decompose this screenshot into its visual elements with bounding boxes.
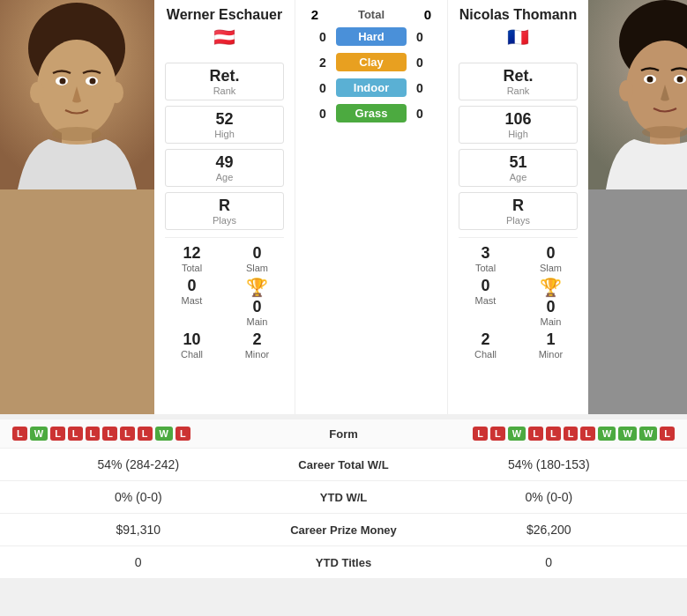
left-slam-item: 0 Slam <box>229 244 284 273</box>
form-badge-l: L <box>564 427 579 441</box>
left-player-photo <box>0 0 154 414</box>
form-badge-l: L <box>490 427 505 441</box>
clay-badge: Clay <box>336 53 407 71</box>
left-info-col: Werner Eschauer 🇦🇹 Ret. Rank 52 High 49 … <box>154 0 295 414</box>
left-mast-val: 0 <box>165 277 220 295</box>
left-high-box: 52 High <box>165 106 285 144</box>
form-badge-l: L <box>50 427 65 441</box>
grass-right-val: 0 <box>407 107 433 121</box>
grass-badge: Grass <box>336 104 407 122</box>
form-badge-l: L <box>546 427 561 441</box>
indoor-right-val: 0 <box>407 81 433 95</box>
form-badge-l: L <box>12 427 27 441</box>
left-player-flag: 🇦🇹 <box>213 26 235 48</box>
right-chall-val: 2 <box>459 330 513 349</box>
right-player-flag: 🇫🇷 <box>507 26 529 48</box>
left-rank-label: Rank <box>175 85 275 96</box>
right-total-item: 3 Total <box>459 244 513 273</box>
stat-right-1: 0% (0-0) <box>423 490 676 504</box>
main-container: Werner Eschauer 🇦🇹 Ret. Rank 52 High 49 … <box>0 0 687 578</box>
left-sep1 <box>165 237 285 238</box>
right-main-val: 0 <box>546 298 555 316</box>
form-badge-l: L <box>473 427 488 441</box>
left-age-box: 49 Age <box>165 149 285 187</box>
left-rank-box: Ret. Rank <box>165 63 285 100</box>
right-high-box: 106 High <box>459 106 579 144</box>
stat-row-2: $91,310 Career Prize Money $26,200 <box>0 514 687 546</box>
total-left-val: 2 <box>304 7 325 22</box>
right-plays-val: R <box>468 197 569 215</box>
right-slam-item: 0 Slam <box>523 244 578 273</box>
right-total-label: Total <box>459 263 513 273</box>
form-badge-l: L <box>580 427 595 441</box>
form-badge-w: W <box>155 427 173 441</box>
clay-right-val: 0 <box>407 56 433 70</box>
center-data-col: 2 Total 0 0 Hard 0 2 Clay 0 0 Indoor 0 <box>295 0 447 414</box>
right-rank-box: Ret. Rank <box>459 63 579 100</box>
left-main-label: Main <box>247 316 268 327</box>
stat-left-1: 0% (0-0) <box>12 490 265 504</box>
right-rank-label: Rank <box>468 85 569 96</box>
svg-point-6 <box>60 78 66 85</box>
right-name-area: Nicolas Thomann 🇫🇷 <box>459 7 577 55</box>
left-name-area: Werner Eschauer 🇦🇹 <box>167 7 282 55</box>
svg-point-18 <box>647 77 653 83</box>
left-plays-box: R Plays <box>165 192 285 230</box>
right-high-label: High <box>468 129 569 139</box>
right-age-val: 51 <box>468 153 569 172</box>
left-total-val: 12 <box>165 244 220 263</box>
right-age-box: 51 Age <box>459 149 579 187</box>
stat-center-0: Career Total W/L <box>265 458 423 471</box>
grass-row: 0 Grass 0 <box>301 102 442 124</box>
grass-left-val: 0 <box>310 107 336 121</box>
clay-left-val: 2 <box>310 56 336 70</box>
left-trophy-icon: 🏆 <box>246 277 268 298</box>
right-sep1 <box>459 237 579 238</box>
right-form-badges: LLWLLLLWWWL <box>397 427 676 441</box>
right-info-col: Nicolas Thomann 🇫🇷 Ret. Rank 106 High 51… <box>447 0 588 414</box>
right-chall-label: Chall <box>459 349 513 360</box>
right-minor-val: 1 <box>523 330 578 349</box>
stat-row-0: 54% (284-242) Career Total W/L 54% (180-… <box>0 449 687 481</box>
svg-point-7 <box>90 78 96 85</box>
form-badge-l: L <box>86 427 101 441</box>
right-plays-box: R Plays <box>459 192 579 230</box>
left-minor-item: 2 Minor <box>229 330 284 360</box>
form-badge-l: L <box>138 427 153 441</box>
stat-left-2: $91,310 <box>12 523 265 537</box>
left-rank-val: Ret. <box>175 67 275 85</box>
svg-point-19 <box>677 77 683 83</box>
left-slam-val: 0 <box>229 244 284 263</box>
left-total-item: 12 Total <box>165 244 220 273</box>
form-badge-w: W <box>30 427 48 441</box>
stat-center-3: YTD Titles <box>265 556 423 569</box>
stat-left-3: 0 <box>12 555 265 569</box>
left-age-label: Age <box>175 172 275 182</box>
right-minor-label: Minor <box>523 349 578 360</box>
total-right-val: 0 <box>417 7 438 22</box>
left-minor-label: Minor <box>229 349 284 360</box>
form-badge-l: L <box>120 427 135 441</box>
form-badge-l: L <box>660 427 675 441</box>
left-main-val: 0 <box>252 298 261 316</box>
indoor-left-val: 0 <box>310 81 336 95</box>
left-total-label: Total <box>165 263 220 273</box>
right-player-photo <box>588 0 687 414</box>
form-badge-w: W <box>508 427 526 441</box>
form-row: LWLLLLLLWL Form LLWLLLLWWWL <box>0 419 687 449</box>
stat-row-1: 0% (0-0) YTD W/L 0% (0-0) <box>0 481 687 514</box>
form-badge-w: W <box>639 427 657 441</box>
stat-right-0: 54% (180-153) <box>423 457 676 471</box>
right-total-val: 3 <box>459 244 513 263</box>
hard-badge: Hard <box>336 27 407 46</box>
right-high-val: 106 <box>468 110 569 129</box>
left-plays-val: R <box>175 197 275 215</box>
players-row: Werner Eschauer 🇦🇹 Ret. Rank 52 High 49 … <box>0 0 687 414</box>
hard-left-val: 0 <box>310 30 336 44</box>
left-chall-val: 10 <box>165 330 220 349</box>
hard-right-val: 0 <box>407 30 433 44</box>
left-mast-item: 0 Mast <box>165 277 220 327</box>
right-slam-val: 0 <box>523 244 578 263</box>
left-high-label: High <box>175 129 275 139</box>
svg-point-20 <box>619 80 633 101</box>
